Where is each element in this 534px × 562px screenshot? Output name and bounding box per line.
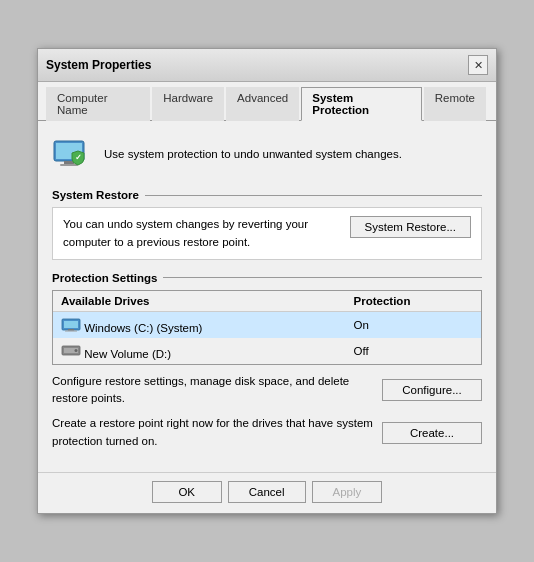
- drive-name-cell: Windows (C:) (System): [53, 311, 346, 338]
- configure-description: Configure restore settings, manage disk …: [52, 373, 374, 408]
- create-button[interactable]: Create...: [382, 422, 482, 444]
- configure-button[interactable]: Configure...: [382, 379, 482, 401]
- tab-remote[interactable]: Remote: [424, 87, 486, 121]
- close-button[interactable]: ✕: [468, 55, 488, 75]
- svg-rect-8: [65, 330, 77, 331]
- tab-hardware[interactable]: Hardware: [152, 87, 224, 121]
- system-restore-body: You can undo system changes by reverting…: [52, 207, 482, 260]
- system-restore-description: You can undo system changes by reverting…: [63, 216, 342, 251]
- configure-row: Configure restore settings, manage disk …: [52, 373, 482, 408]
- col-available-drives: Available Drives: [53, 291, 346, 312]
- cancel-button[interactable]: Cancel: [228, 481, 306, 503]
- system-restore-button[interactable]: System Restore...: [350, 216, 471, 238]
- create-description: Create a restore point right now for the…: [52, 415, 374, 450]
- drive-d-name: New Volume (D:): [84, 348, 171, 360]
- protection-settings-section: Protection Settings Available Drives Pro…: [52, 272, 482, 450]
- tab-bar: Computer Name Hardware Advanced System P…: [38, 82, 496, 121]
- apply-button[interactable]: Apply: [312, 481, 383, 503]
- drives-table: Available Drives Protection: [53, 291, 481, 364]
- drive-d-name-cell: New Volume (D:): [53, 338, 346, 364]
- info-description: Use system protection to undo unwanted s…: [104, 146, 402, 162]
- svg-rect-6: [64, 321, 78, 328]
- create-row: Create a restore point right now for the…: [52, 415, 482, 450]
- info-section: ✓ Use system protection to undo unwanted…: [52, 133, 482, 175]
- footer-buttons: OK Cancel Apply: [38, 472, 496, 513]
- window-title: System Properties: [46, 58, 151, 72]
- svg-text:✓: ✓: [75, 153, 82, 162]
- ok-button[interactable]: OK: [152, 481, 222, 503]
- svg-point-11: [75, 349, 78, 352]
- protection-settings-label: Protection Settings: [52, 272, 482, 284]
- system-properties-window: System Properties ✕ Computer Name Hardwa…: [37, 48, 497, 514]
- drive-c-name: Windows (C:) (System): [84, 322, 202, 334]
- table-header-row: Available Drives Protection: [53, 291, 481, 312]
- tab-advanced[interactable]: Advanced: [226, 87, 299, 121]
- system-restore-label: System Restore: [52, 189, 482, 201]
- table-row[interactable]: Windows (C:) (System) On: [53, 311, 481, 338]
- drive-icon-c: [61, 322, 84, 334]
- system-restore-section: System Restore You can undo system chang…: [52, 189, 482, 260]
- drive-icon-d: [61, 348, 84, 360]
- drives-table-wrapper: Available Drives Protection: [52, 290, 482, 365]
- title-bar: System Properties ✕: [38, 49, 496, 82]
- tab-system-protection[interactable]: System Protection: [301, 87, 421, 121]
- tab-content: ✓ Use system protection to undo unwanted…: [38, 121, 496, 472]
- drive-c-protection: On: [346, 311, 481, 338]
- system-protection-icon: ✓: [52, 133, 94, 175]
- drive-d-protection: Off: [346, 338, 481, 364]
- tab-computer-name[interactable]: Computer Name: [46, 87, 150, 121]
- svg-rect-7: [68, 329, 74, 331]
- col-protection: Protection: [346, 291, 481, 312]
- table-row[interactable]: New Volume (D:) Off: [53, 338, 481, 364]
